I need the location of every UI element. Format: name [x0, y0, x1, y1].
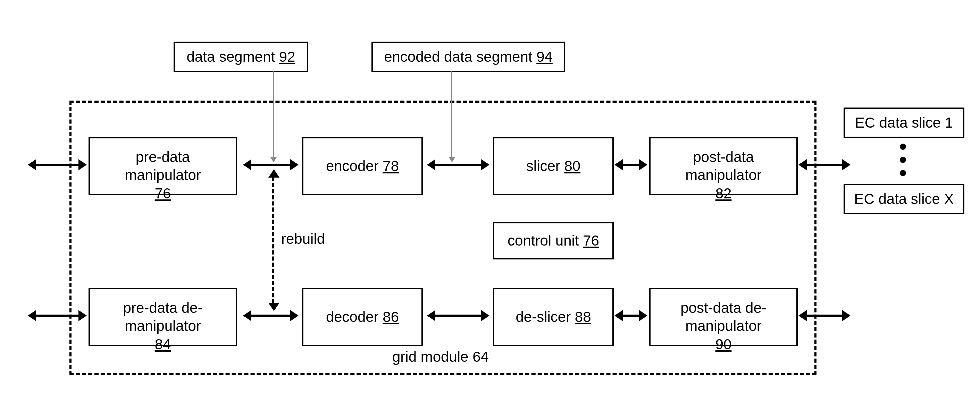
post-data-manipulator-num: 82 — [716, 185, 732, 202]
data-segment-leader-arrow — [270, 157, 277, 162]
encoded-segment-leader — [451, 71, 452, 157]
pre-data-de-manipulator-text: pre-data de- manipulator — [123, 300, 203, 334]
de-slicer: de-slicer 88 — [493, 288, 614, 346]
grid-module-num: 64 — [473, 349, 489, 365]
slicer: slicer 80 — [493, 137, 614, 195]
pre-data-de-manipulator: pre-data de- manipulator 84 — [89, 288, 237, 346]
ellipsis-dot-1 — [900, 144, 906, 150]
grid-module-text: grid module — [392, 349, 468, 365]
data-segment-callout: data segment 92 — [173, 41, 308, 72]
ellipsis-dot-2 — [900, 157, 906, 163]
decoder-text: decoder — [326, 309, 379, 325]
ec-data-slice-1-text: EC data slice 1 — [855, 114, 953, 132]
control-unit: control unit 76 — [493, 222, 614, 259]
arrow-deslicer-postdemanip — [621, 314, 641, 317]
arrow-ext-left-top — [35, 164, 80, 166]
post-data-de-manipulator-num: 90 — [716, 336, 732, 352]
control-unit-num: 76 — [583, 232, 599, 249]
arrow-ext-left-bot — [35, 314, 80, 317]
grid-module-label: grid module 64 — [392, 349, 489, 365]
ec-data-slice-x: EC data slice X — [843, 184, 964, 214]
arrow-ext-right-bot — [805, 314, 843, 317]
arrow-predm-encoder — [250, 164, 292, 166]
ec-data-slice-x-text: EC data slice X — [854, 190, 954, 208]
pre-data-manipulator-num: 76 — [155, 185, 171, 202]
post-data-de-manipulator-text: post-data de- manipulator — [681, 300, 767, 334]
post-data-manipulator-text: post-data manipulator — [685, 149, 761, 184]
post-data-manipulator: post-data manipulator 82 — [649, 137, 798, 195]
ellipsis-dot-3 — [900, 170, 906, 176]
rebuild-arrow — [272, 177, 274, 303]
decoder-num: 86 — [383, 309, 399, 325]
arrow-slicer-postdm — [621, 164, 641, 166]
arrow-ext-right-top — [805, 164, 843, 166]
decoder: decoder 86 — [302, 288, 423, 346]
de-slicer-num: 88 — [575, 309, 591, 325]
encoded-segment-leader-arrow — [449, 157, 455, 162]
de-slicer-text: de-slicer — [515, 309, 571, 325]
pre-data-manipulator: pre-data manipulator 76 — [89, 137, 237, 195]
slicer-text: slicer — [526, 158, 560, 174]
arrow-decoder-deslicer — [434, 314, 482, 317]
encoded-data-segment-callout: encoded data segment 94 — [371, 41, 565, 72]
data-segment-text: data segment — [187, 49, 275, 65]
post-data-de-manipulator: post-data de- manipulator 90 — [649, 288, 798, 346]
data-segment-leader — [273, 71, 274, 157]
data-segment-num: 92 — [279, 49, 296, 65]
control-unit-text: control unit — [508, 232, 579, 249]
pre-data-manipulator-text: pre-data manipulator — [125, 149, 200, 184]
encoded-segment-num: 94 — [536, 49, 553, 65]
encoded-segment-text: encoded data segment — [384, 49, 532, 65]
ec-data-slice-1: EC data slice 1 — [843, 108, 964, 138]
diagram-canvas: data segment 92 encoded data segment 94 … — [0, 0, 980, 411]
pre-data-de-manipulator-num: 84 — [155, 336, 171, 352]
slicer-num: 80 — [564, 158, 581, 174]
arrow-predemanip-decoder — [250, 314, 292, 317]
arrow-encoder-slicer — [434, 164, 482, 166]
encoder-text: encoder — [326, 158, 379, 174]
encoder: encoder 78 — [302, 137, 423, 195]
rebuild-label: rebuild — [281, 231, 325, 247]
encoder-num: 78 — [383, 158, 399, 174]
